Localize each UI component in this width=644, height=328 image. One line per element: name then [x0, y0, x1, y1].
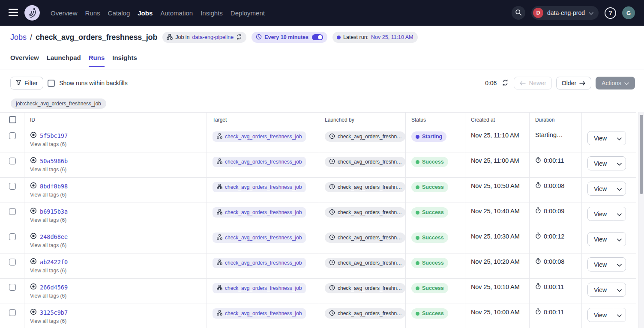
clock-icon: [329, 310, 335, 317]
view-button[interactable]: View: [588, 233, 613, 246]
row-checkbox[interactable]: [9, 259, 16, 265]
run-id-link[interactable]: 3125c9b7: [40, 309, 68, 316]
run-id-link[interactable]: 5f5bc197: [40, 132, 68, 139]
view-split-button: View: [587, 207, 626, 221]
view-dropdown-button[interactable]: [613, 258, 626, 271]
view-dropdown-button[interactable]: [613, 182, 626, 195]
tab-overview[interactable]: Overview: [10, 54, 39, 67]
view-all-tags-link[interactable]: View all tags (6): [30, 268, 66, 274]
run-id-link[interactable]: 248d68ee: [40, 233, 68, 240]
nav-item-runs[interactable]: Runs: [85, 9, 100, 17]
target-pill[interactable]: check_avg_orders_freshness_job: [213, 207, 306, 218]
target-pill[interactable]: check_avg_orders_freshness_job: [213, 233, 306, 243]
nav-item-deployment[interactable]: Deployment: [231, 9, 265, 17]
actions-button[interactable]: Actions: [596, 77, 635, 89]
row-checkbox[interactable]: [9, 284, 16, 291]
view-button[interactable]: View: [588, 182, 613, 195]
run-id-link[interactable]: 50a5986b: [40, 158, 68, 164]
dagster-logo-icon[interactable]: [24, 5, 40, 21]
tab-runs[interactable]: Runs: [89, 54, 105, 67]
view-button[interactable]: View: [588, 207, 613, 221]
select-all-checkbox[interactable]: [9, 116, 16, 123]
launched-by-pill[interactable]: check_avg_orders_freshn…: [325, 182, 405, 192]
table-row: 3125c9b7 View all tags (6) check_avg_ord…: [0, 304, 636, 328]
schedule-toggle[interactable]: [312, 34, 323, 40]
view-button[interactable]: View: [588, 131, 613, 145]
breadcrumb-jobs-link[interactable]: Jobs: [10, 33, 27, 42]
launched-by-pill[interactable]: check_avg_orders_freshn…: [325, 157, 405, 167]
target-pill[interactable]: check_avg_orders_freshness_job: [213, 157, 306, 167]
launched-by-pill[interactable]: check_avg_orders_freshn…: [325, 131, 405, 142]
stopwatch-icon: [535, 308, 541, 316]
scrollbar-thumb[interactable]: [640, 115, 643, 194]
view-all-tags-link[interactable]: View all tags (6): [30, 217, 66, 223]
newer-button[interactable]: Newer: [514, 77, 551, 89]
nav-item-jobs[interactable]: Jobs: [138, 9, 153, 17]
launched-by-pill[interactable]: check_avg_orders_freshn…: [325, 258, 405, 268]
run-id-link[interactable]: 266d4569: [40, 284, 68, 291]
status-dot: [416, 160, 419, 164]
help-button[interactable]: ?: [605, 7, 616, 19]
view-dropdown-button[interactable]: [613, 131, 626, 145]
filter-button[interactable]: Filter: [10, 77, 43, 89]
created-at: Nov 25, 10:40 AM: [471, 208, 520, 215]
view-button[interactable]: View: [588, 308, 613, 322]
nav-item-insights[interactable]: Insights: [201, 9, 223, 17]
target-pill[interactable]: check_avg_orders_freshness_job: [213, 283, 306, 293]
view-dropdown-button[interactable]: [613, 233, 626, 246]
row-checkbox[interactable]: [9, 233, 16, 240]
view-all-tags-link[interactable]: View all tags (6): [30, 167, 66, 173]
nav-item-automation[interactable]: Automation: [160, 9, 193, 17]
launched-by-pill[interactable]: check_avg_orders_freshn…: [325, 283, 405, 293]
view-dropdown-button[interactable]: [613, 308, 626, 322]
workspace-switcher[interactable]: D data-eng-prod: [531, 6, 599, 20]
row-checkbox[interactable]: [9, 309, 16, 316]
launched-by-pill[interactable]: check_avg_orders_freshn…: [325, 308, 405, 319]
nav-item-overview[interactable]: Overview: [51, 9, 78, 17]
older-button[interactable]: Older: [556, 77, 591, 89]
pipeline-link[interactable]: data-eng-pipeline: [192, 34, 234, 40]
search-button[interactable]: [512, 6, 525, 20]
top-nav: Overview Runs Catalog Jobs Automation In…: [0, 0, 644, 26]
swap-repo-icon[interactable]: [236, 34, 242, 41]
view-all-tags-link[interactable]: View all tags (6): [30, 141, 66, 147]
view-button[interactable]: View: [588, 283, 613, 296]
launched-by-pill[interactable]: check_avg_orders_freshn…: [325, 233, 405, 243]
view-dropdown-button[interactable]: [613, 283, 626, 296]
user-avatar[interactable]: G: [622, 6, 635, 19]
run-id-link[interactable]: ab2422f0: [40, 259, 68, 265]
view-button[interactable]: View: [588, 258, 613, 271]
view-all-tags-link[interactable]: View all tags (6): [30, 318, 66, 324]
view-dropdown-button[interactable]: [613, 157, 626, 170]
launched-by-pill[interactable]: check_avg_orders_freshn…: [325, 207, 405, 218]
run-id-link[interactable]: 8bdf8b98: [40, 183, 68, 190]
target-pill[interactable]: check_avg_orders_freshness_job: [213, 308, 306, 319]
view-all-tags-link[interactable]: View all tags (6): [30, 293, 66, 299]
row-checkbox[interactable]: [9, 208, 16, 215]
vertical-scrollbar[interactable]: [638, 112, 644, 328]
latest-run-link[interactable]: Nov 25, 11:10 AM: [371, 34, 413, 40]
view-dropdown-button[interactable]: [613, 207, 626, 221]
run-id-link[interactable]: b6915b3a: [40, 208, 68, 215]
tab-insights[interactable]: Insights: [112, 54, 137, 67]
target-pill-label: check_avg_orders_freshness_job: [225, 209, 302, 215]
target-pill[interactable]: check_avg_orders_freshness_job: [213, 182, 306, 192]
view-button[interactable]: View: [588, 157, 613, 170]
job-graph-icon: [217, 158, 222, 165]
hamburger-menu-button[interactable]: [9, 9, 18, 18]
job-filter-tag[interactable]: job:check_avg_orders_freshness_job: [11, 98, 106, 109]
row-checkbox[interactable]: [9, 183, 16, 190]
tab-launchpad[interactable]: Launchpad: [47, 54, 81, 67]
duration-label: 0:00:09: [544, 208, 564, 215]
target-pill[interactable]: check_avg_orders_freshness_job: [213, 131, 306, 142]
row-checkbox[interactable]: [9, 132, 16, 139]
schedule-pill: Every 10 minutes: [252, 32, 327, 43]
nav-item-catalog[interactable]: Catalog: [108, 9, 130, 17]
row-checkbox[interactable]: [9, 158, 16, 164]
target-pill[interactable]: check_avg_orders_freshness_job: [213, 258, 306, 268]
view-all-tags-link[interactable]: View all tags (6): [30, 192, 66, 198]
launched-by-label: check_avg_orders_freshn…: [338, 159, 402, 165]
view-all-tags-link[interactable]: View all tags (6): [30, 242, 66, 248]
show-backfills-checkbox[interactable]: [48, 80, 55, 87]
refresh-button[interactable]: [501, 78, 509, 88]
